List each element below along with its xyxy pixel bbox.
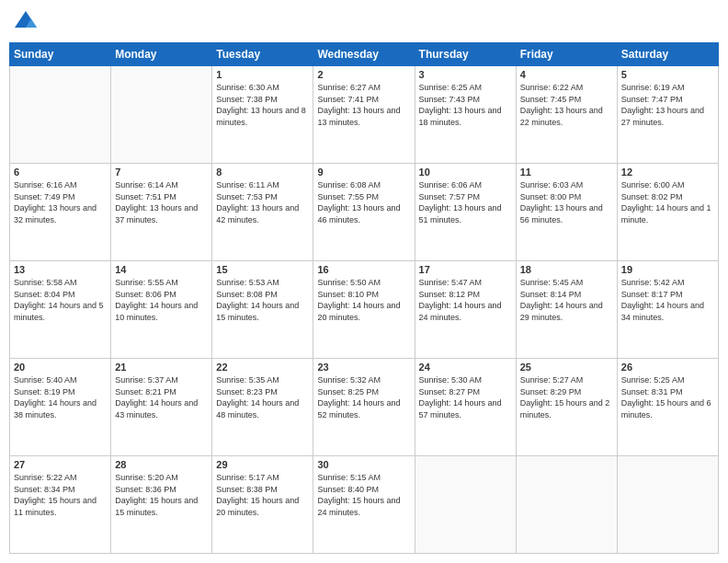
calendar-header-sunday: Sunday bbox=[10, 43, 111, 66]
calendar-cell: 16Sunrise: 5:50 AM Sunset: 8:10 PM Dayli… bbox=[313, 261, 415, 359]
day-info: Sunrise: 6:16 AM Sunset: 7:49 PM Dayligh… bbox=[14, 179, 107, 225]
header bbox=[9, 9, 719, 35]
calendar-week-1: 1Sunrise: 6:30 AM Sunset: 7:38 PM Daylig… bbox=[10, 66, 719, 164]
calendar-cell: 24Sunrise: 5:30 AM Sunset: 8:27 PM Dayli… bbox=[415, 359, 516, 456]
calendar-cell: 20Sunrise: 5:40 AM Sunset: 8:19 PM Dayli… bbox=[10, 359, 111, 456]
calendar-cell: 19Sunrise: 5:42 AM Sunset: 8:17 PM Dayli… bbox=[617, 261, 718, 359]
day-number: 16 bbox=[317, 264, 410, 275]
day-number: 6 bbox=[14, 167, 107, 178]
calendar-cell: 10Sunrise: 6:06 AM Sunset: 7:57 PM Dayli… bbox=[415, 164, 516, 261]
day-number: 5 bbox=[621, 69, 714, 80]
day-info: Sunrise: 5:30 AM Sunset: 8:27 PM Dayligh… bbox=[419, 374, 512, 420]
day-info: Sunrise: 5:50 AM Sunset: 8:10 PM Dayligh… bbox=[317, 277, 410, 323]
day-number: 25 bbox=[520, 362, 613, 373]
day-info: Sunrise: 5:40 AM Sunset: 8:19 PM Dayligh… bbox=[14, 374, 107, 420]
calendar-week-4: 20Sunrise: 5:40 AM Sunset: 8:19 PM Dayli… bbox=[10, 359, 719, 456]
day-info: Sunrise: 5:27 AM Sunset: 8:29 PM Dayligh… bbox=[520, 374, 613, 420]
day-info: Sunrise: 5:35 AM Sunset: 8:23 PM Dayligh… bbox=[216, 374, 309, 420]
calendar-cell bbox=[516, 456, 617, 554]
day-number: 22 bbox=[216, 362, 309, 373]
day-info: Sunrise: 6:19 AM Sunset: 7:47 PM Dayligh… bbox=[621, 82, 714, 128]
calendar-cell: 8Sunrise: 6:11 AM Sunset: 7:53 PM Daylig… bbox=[212, 164, 313, 261]
day-number: 18 bbox=[520, 264, 613, 275]
calendar-cell: 7Sunrise: 6:14 AM Sunset: 7:51 PM Daylig… bbox=[111, 164, 212, 261]
day-info: Sunrise: 5:25 AM Sunset: 8:31 PM Dayligh… bbox=[621, 374, 714, 420]
day-number: 10 bbox=[419, 167, 512, 178]
calendar-cell: 25Sunrise: 5:27 AM Sunset: 8:29 PM Dayli… bbox=[516, 359, 617, 456]
logo-icon bbox=[13, 9, 39, 35]
calendar-cell: 9Sunrise: 6:08 AM Sunset: 7:55 PM Daylig… bbox=[313, 164, 415, 261]
day-number: 2 bbox=[317, 69, 410, 80]
calendar-header-wednesday: Wednesday bbox=[313, 43, 415, 66]
day-number: 4 bbox=[520, 69, 613, 80]
calendar-cell: 29Sunrise: 5:17 AM Sunset: 8:38 PM Dayli… bbox=[212, 456, 313, 554]
calendar-header-tuesday: Tuesday bbox=[212, 43, 313, 66]
day-info: Sunrise: 6:03 AM Sunset: 8:00 PM Dayligh… bbox=[520, 179, 613, 225]
calendar-cell: 26Sunrise: 5:25 AM Sunset: 8:31 PM Dayli… bbox=[617, 359, 718, 456]
day-info: Sunrise: 5:15 AM Sunset: 8:40 PM Dayligh… bbox=[317, 472, 410, 518]
day-number: 15 bbox=[216, 264, 309, 275]
day-number: 13 bbox=[14, 264, 107, 275]
day-info: Sunrise: 6:11 AM Sunset: 7:53 PM Dayligh… bbox=[216, 179, 309, 225]
day-number: 30 bbox=[317, 459, 410, 470]
calendar-cell: 28Sunrise: 5:20 AM Sunset: 8:36 PM Dayli… bbox=[111, 456, 212, 554]
day-info: Sunrise: 5:32 AM Sunset: 8:25 PM Dayligh… bbox=[317, 374, 410, 420]
day-number: 11 bbox=[520, 167, 613, 178]
logo bbox=[13, 9, 42, 35]
day-number: 9 bbox=[317, 167, 410, 178]
calendar-cell: 2Sunrise: 6:27 AM Sunset: 7:41 PM Daylig… bbox=[313, 66, 415, 164]
day-number: 20 bbox=[14, 362, 107, 373]
calendar-cell: 3Sunrise: 6:25 AM Sunset: 7:43 PM Daylig… bbox=[415, 66, 516, 164]
calendar-cell: 21Sunrise: 5:37 AM Sunset: 8:21 PM Dayli… bbox=[111, 359, 212, 456]
day-info: Sunrise: 5:55 AM Sunset: 8:06 PM Dayligh… bbox=[115, 277, 208, 323]
day-number: 8 bbox=[216, 167, 309, 178]
day-info: Sunrise: 5:58 AM Sunset: 8:04 PM Dayligh… bbox=[14, 277, 107, 323]
calendar-header-monday: Monday bbox=[111, 43, 212, 66]
day-number: 23 bbox=[317, 362, 410, 373]
calendar-week-2: 6Sunrise: 6:16 AM Sunset: 7:49 PM Daylig… bbox=[10, 164, 719, 261]
calendar-cell: 13Sunrise: 5:58 AM Sunset: 8:04 PM Dayli… bbox=[10, 261, 111, 359]
day-number: 14 bbox=[115, 264, 208, 275]
day-info: Sunrise: 5:47 AM Sunset: 8:12 PM Dayligh… bbox=[419, 277, 512, 323]
day-number: 17 bbox=[419, 264, 512, 275]
day-info: Sunrise: 5:37 AM Sunset: 8:21 PM Dayligh… bbox=[115, 374, 208, 420]
day-info: Sunrise: 5:20 AM Sunset: 8:36 PM Dayligh… bbox=[115, 472, 208, 518]
calendar-week-3: 13Sunrise: 5:58 AM Sunset: 8:04 PM Dayli… bbox=[10, 261, 719, 359]
calendar-cell bbox=[415, 456, 516, 554]
day-number: 27 bbox=[14, 459, 107, 470]
day-number: 7 bbox=[115, 167, 208, 178]
day-info: Sunrise: 6:30 AM Sunset: 7:38 PM Dayligh… bbox=[216, 82, 309, 128]
day-info: Sunrise: 6:27 AM Sunset: 7:41 PM Dayligh… bbox=[317, 82, 410, 128]
calendar-cell: 17Sunrise: 5:47 AM Sunset: 8:12 PM Dayli… bbox=[415, 261, 516, 359]
calendar-cell: 5Sunrise: 6:19 AM Sunset: 7:47 PM Daylig… bbox=[617, 66, 718, 164]
calendar-cell bbox=[111, 66, 212, 164]
calendar-cell: 15Sunrise: 5:53 AM Sunset: 8:08 PM Dayli… bbox=[212, 261, 313, 359]
calendar-cell: 4Sunrise: 6:22 AM Sunset: 7:45 PM Daylig… bbox=[516, 66, 617, 164]
calendar-cell bbox=[617, 456, 718, 554]
calendar-week-5: 27Sunrise: 5:22 AM Sunset: 8:34 PM Dayli… bbox=[10, 456, 719, 554]
day-number: 12 bbox=[621, 167, 714, 178]
page: SundayMondayTuesdayWednesdayThursdayFrid… bbox=[0, 0, 728, 563]
calendar-cell: 30Sunrise: 5:15 AM Sunset: 8:40 PM Dayli… bbox=[313, 456, 415, 554]
calendar-cell: 27Sunrise: 5:22 AM Sunset: 8:34 PM Dayli… bbox=[10, 456, 111, 554]
day-info: Sunrise: 5:17 AM Sunset: 8:38 PM Dayligh… bbox=[216, 472, 309, 518]
day-number: 3 bbox=[419, 69, 512, 80]
day-info: Sunrise: 6:22 AM Sunset: 7:45 PM Dayligh… bbox=[520, 82, 613, 128]
calendar-cell: 23Sunrise: 5:32 AM Sunset: 8:25 PM Dayli… bbox=[313, 359, 415, 456]
calendar-header-saturday: Saturday bbox=[617, 43, 718, 66]
calendar-cell: 22Sunrise: 5:35 AM Sunset: 8:23 PM Dayli… bbox=[212, 359, 313, 456]
calendar-header-friday: Friday bbox=[516, 43, 617, 66]
day-number: 26 bbox=[621, 362, 714, 373]
day-number: 28 bbox=[115, 459, 208, 470]
calendar-cell: 6Sunrise: 6:16 AM Sunset: 7:49 PM Daylig… bbox=[10, 164, 111, 261]
day-number: 29 bbox=[216, 459, 309, 470]
calendar-header-row: SundayMondayTuesdayWednesdayThursdayFrid… bbox=[10, 43, 719, 66]
day-info: Sunrise: 5:45 AM Sunset: 8:14 PM Dayligh… bbox=[520, 277, 613, 323]
day-info: Sunrise: 6:00 AM Sunset: 8:02 PM Dayligh… bbox=[621, 179, 714, 225]
day-number: 19 bbox=[621, 264, 714, 275]
calendar-header-thursday: Thursday bbox=[415, 43, 516, 66]
calendar-cell: 11Sunrise: 6:03 AM Sunset: 8:00 PM Dayli… bbox=[516, 164, 617, 261]
calendar-cell: 18Sunrise: 5:45 AM Sunset: 8:14 PM Dayli… bbox=[516, 261, 617, 359]
calendar-cell: 14Sunrise: 5:55 AM Sunset: 8:06 PM Dayli… bbox=[111, 261, 212, 359]
day-number: 21 bbox=[115, 362, 208, 373]
